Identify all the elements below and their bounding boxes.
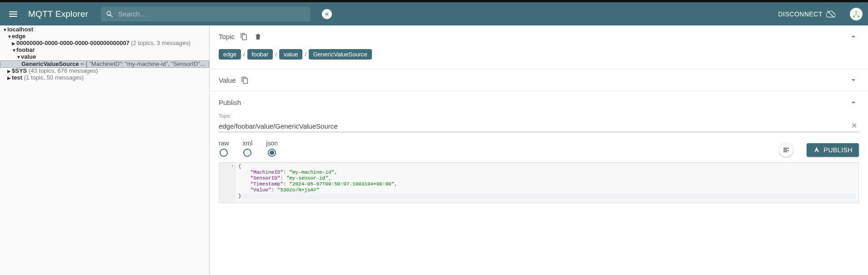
format-label-xml: xml — [243, 140, 253, 147]
detail-pane: Topic edge/ foobar/ value/ GenericValueS… — [210, 25, 868, 275]
copy-topic-button[interactable] — [239, 32, 249, 41]
tree-node-gvs[interactable]: GenericValueSource = { "MachineID": "my-… — [0, 60, 209, 68]
trash-icon — [254, 33, 262, 40]
collapse-publish-button[interactable] — [848, 97, 859, 108]
svg-line-0 — [828, 10, 834, 17]
crumb-value[interactable]: value — [279, 49, 302, 60]
svg-point-1 — [855, 10, 857, 12]
app-bar: MQTT Explorer DISCONNECT — [0, 2, 868, 25]
publish-panel: Publish Topic ✕ raw xml — [210, 91, 868, 212]
avatar[interactable] — [850, 8, 863, 20]
cloud-off-icon — [826, 10, 835, 19]
align-left-icon — [783, 146, 790, 154]
crumb-gvs[interactable]: GenericValueSource — [309, 49, 372, 60]
format-label-raw: raw — [219, 140, 229, 147]
search-input[interactable] — [118, 10, 306, 18]
editor-code[interactable]: { "MachineID": "my-machine-id", "SensorI… — [236, 163, 858, 203]
publish-button-label: PUBLISH — [824, 146, 853, 154]
tree-node-foobar[interactable]: ▼foobar — [0, 47, 209, 54]
publish-topic-label: Topic — [219, 113, 859, 119]
svg-point-2 — [853, 15, 855, 17]
format-label-json: json — [266, 140, 278, 147]
menu-icon[interactable] — [5, 8, 21, 20]
app-title: MQTT Explorer — [28, 9, 88, 19]
search-icon — [105, 10, 114, 18]
clear-topic-button[interactable]: ✕ — [849, 120, 859, 132]
value-section-title: Value — [219, 76, 236, 84]
publish-topic-input[interactable] — [219, 120, 849, 132]
disconnect-button[interactable]: DISCONNECT — [774, 7, 839, 21]
tree-node-value[interactable]: ▼value — [0, 54, 209, 60]
search-field[interactable] — [101, 7, 310, 21]
chevron-down-icon — [849, 75, 858, 85]
expand-value-button[interactable] — [848, 75, 859, 85]
editor-gutter: ▾ — [219, 163, 236, 203]
svg-point-3 — [858, 15, 859, 17]
value-panel: Value — [210, 69, 868, 91]
format-radio-xml[interactable] — [243, 149, 251, 157]
topic-tree: ▼localhost ▼edge ▶00000000-0000-0000-000… — [0, 25, 210, 275]
send-icon — [813, 146, 820, 154]
chevron-up-icon — [849, 32, 858, 41]
delete-topic-button[interactable] — [253, 32, 263, 41]
tree-node-test[interactable]: ▶test (1 topic, 50 messages) — [0, 75, 209, 81]
tree-node-sys[interactable]: ▶$SYS (43 topics, 676 messages) — [0, 68, 209, 75]
crumb-foobar[interactable]: foobar — [247, 49, 273, 60]
copy-icon — [241, 76, 249, 84]
format-radio-raw[interactable] — [220, 149, 228, 157]
tree-node-edge[interactable]: ▼edge — [0, 33, 209, 40]
disconnect-label: DISCONNECT — [778, 10, 823, 18]
crumb-edge[interactable]: edge — [219, 49, 241, 60]
topic-section-title: Topic — [219, 33, 235, 40]
tree-node-root[interactable]: ▼localhost — [0, 26, 209, 33]
publish-button[interactable]: PUBLISH — [807, 143, 859, 157]
tree-node-uuid[interactable]: ▶00000000-0000-0000-0000-000000000007 (2… — [0, 40, 209, 47]
payload-editor[interactable]: ▾ { "MachineID": "my-machine-id", "Senso… — [219, 162, 859, 203]
copy-value-button[interactable] — [240, 75, 250, 85]
publish-section-title: Publish — [219, 99, 241, 106]
collapse-topic-button[interactable] — [848, 31, 859, 42]
copy-icon — [240, 33, 248, 40]
pause-icon — [325, 12, 329, 16]
pause-button[interactable] — [322, 9, 332, 19]
topic-panel: Topic edge/ foobar/ value/ GenericValueS… — [210, 25, 868, 69]
broker-icon — [852, 10, 860, 18]
format-payload-button[interactable] — [779, 143, 793, 157]
breadcrumb: edge/ foobar/ value/ GenericValueSource — [210, 47, 868, 69]
format-radio-json[interactable] — [268, 149, 276, 157]
chevron-up-icon — [849, 98, 858, 107]
